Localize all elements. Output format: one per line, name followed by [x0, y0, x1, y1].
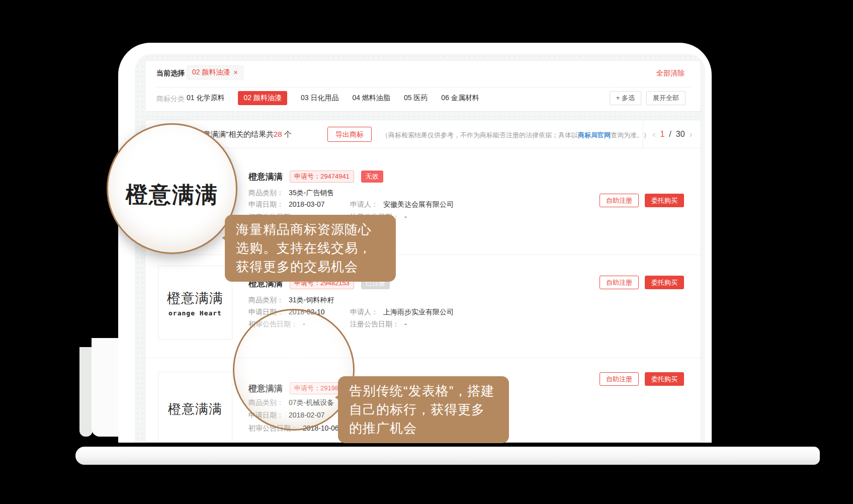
application-number-tag: 申请号：29474941 — [290, 171, 354, 183]
apply-date-label: 申请日期： — [248, 411, 284, 419]
category-label: 商标分类 — [156, 95, 185, 104]
self-register-button[interactable]: 自助注册 — [600, 276, 639, 289]
disclaimer-prefix: （商标检索结果仅供参考，不作为商标能否注册的法律依据；具体以 — [382, 131, 578, 139]
first-pub-value: 2018-10-06 — [303, 424, 339, 432]
apply-date-value: 2018-02-10 — [289, 308, 325, 316]
entrust-buy-button[interactable]: 委托购买 — [645, 276, 684, 289]
category-value: 07类-机械设备 — [289, 398, 334, 406]
reg-pub-value: - — [404, 320, 407, 328]
trademark-image[interactable]: 橙意满满 orange Heart — [158, 266, 232, 340]
prev-page-icon[interactable]: ‹ — [652, 130, 655, 139]
apply-date-label: 申请日期： — [248, 200, 284, 208]
trademark-image-subtext: orange Heart — [168, 309, 222, 317]
category-field-label: 商品类别： — [248, 189, 284, 197]
apply-date-value: 2018-02-07 — [289, 411, 325, 419]
reg-pub-value: - — [404, 213, 407, 221]
page-separator: / — [669, 130, 671, 139]
category-field-label: 商品类别： — [248, 296, 284, 304]
apply-date-value: 2018-03-07 — [289, 200, 325, 208]
first-pub-label: 初审公告日期： — [248, 320, 298, 328]
row-divider — [145, 358, 701, 358]
magnified-trademark-text: 橙意满满 — [126, 180, 218, 210]
category-value: 35类-广告销售 — [289, 189, 334, 197]
current-selection-label: 当前选择 — [156, 69, 185, 78]
applicant-label: 申请人： — [350, 308, 378, 316]
device-base — [75, 447, 820, 465]
trademark-image[interactable]: 橙意满满 — [158, 372, 232, 443]
results-header: 为您检索到“橙意满满”相关的结果共28 个 导出商标 （商标检索结果仅供参考，不… — [145, 120, 701, 148]
trademark-image-text: 橙意满满 — [168, 400, 222, 418]
applicant-label: 申请人： — [350, 200, 378, 208]
category-field-label: 商品类别： — [248, 398, 284, 406]
disclaimer-text: （商标检索结果仅供参考，不作为商标能否注册的法律依据；具体以商标局官网查询为准。… — [382, 131, 650, 140]
tab-category-02-selected[interactable]: 02 颜料油漆 — [238, 91, 287, 105]
tab-category-04[interactable]: 04 燃料油脂 — [352, 94, 390, 103]
tab-category-03[interactable]: 03 日化用品 — [301, 94, 338, 103]
self-register-button[interactable]: 自助注册 — [600, 372, 639, 386]
divider — [155, 87, 691, 88]
filter-panel: 当前选择 02 颜料油漆 × 全部清除 商标分类 01 化学原料 02 颜料油漆… — [145, 60, 701, 112]
applicant-value: 安徽美达会展有限公司 — [383, 200, 454, 208]
category-value: 31类-饲料种籽 — [289, 296, 334, 304]
current-page: 1 — [660, 130, 664, 139]
tab-category-01[interactable]: 01 化学原料 — [187, 94, 224, 103]
screenshot-stage: 当前选择 02 颜料油漆 × 全部清除 商标分类 01 化学原料 02 颜料油漆… — [0, 0, 853, 504]
trademark-office-link[interactable]: 商标局官网 — [578, 131, 611, 139]
status-badge: 无效 — [361, 171, 383, 183]
entrust-buy-button[interactable]: 委托购买 — [645, 194, 684, 207]
category-tabs: 01 化学原料 02 颜料油漆 03 日化用品 04 燃料油脂 05 医药 06… — [187, 91, 479, 105]
trademark-name[interactable]: 橙意满满 — [248, 383, 283, 394]
total-pages: 30 — [676, 130, 685, 139]
stacked-card-edge-gray — [79, 347, 93, 437]
summary-count: 28 — [274, 130, 282, 138]
entrust-buy-button[interactable]: 委托购买 — [645, 372, 684, 386]
applicant-value: 上海雨步实业有限公司 — [383, 308, 454, 316]
multi-select-button[interactable]: + 多选 — [610, 91, 641, 105]
pagination: ‹ 1 / 30 › — [643, 120, 701, 148]
next-page-icon[interactable]: › — [690, 130, 693, 139]
apply-date-label: 申请日期： — [248, 308, 284, 316]
close-icon[interactable]: × — [233, 68, 237, 76]
selected-filter-tag[interactable]: 02 颜料油漆 × — [187, 65, 243, 79]
tab-category-06[interactable]: 06 金属材料 — [441, 94, 479, 103]
reg-pub-label: 注册公告日期： — [350, 320, 399, 328]
selected-filter-tag-label: 02 颜料油漆 — [192, 68, 230, 77]
first-pub-label: 初审公告日期： — [248, 424, 298, 432]
tooltip-promotion: 告别传统“发表格”，搭建自己的标行，获得更多的推广机会 — [338, 376, 509, 443]
first-pub-value: - — [303, 320, 305, 328]
tooltip-marketplace: 海量精品商标资源随心选购。支持在线交易，获得更多的交易机会 — [225, 215, 396, 282]
tab-category-05[interactable]: 05 医药 — [404, 94, 428, 103]
self-register-button[interactable]: 自助注册 — [600, 194, 639, 207]
summary-suffix: 个 — [282, 130, 292, 138]
export-trademarks-button[interactable]: 导出商标 — [327, 127, 372, 142]
clear-all-button[interactable]: 全部清除 — [656, 69, 685, 78]
trademark-image-text: 橙意满满 — [167, 289, 223, 307]
expand-all-button[interactable]: 展开全部 — [646, 91, 686, 105]
trademark-name[interactable]: 橙意满满 — [248, 171, 283, 183]
